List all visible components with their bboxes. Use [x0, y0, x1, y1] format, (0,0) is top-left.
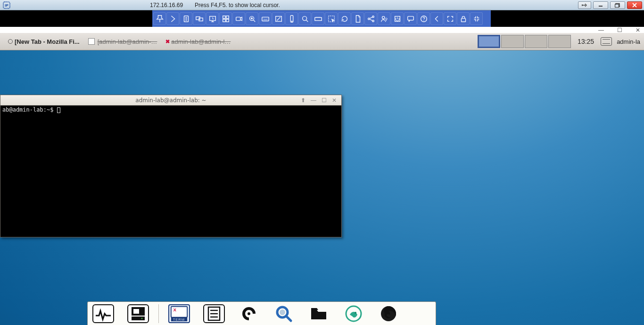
- svg-rect-36: [132, 317, 145, 320]
- pin-button[interactable]: [578, 1, 591, 9]
- file-manager-icon[interactable]: [308, 304, 330, 323]
- select-area-icon[interactable]: [325, 12, 338, 25]
- vnc-toolbar-band: [0, 10, 644, 27]
- svg-point-26: [372, 20, 374, 22]
- pin-icon[interactable]: [153, 12, 166, 25]
- svg-rect-12: [223, 19, 225, 21]
- workspace-1[interactable]: [478, 35, 500, 48]
- host-window-titlebar: IP 172.16.16.69 Press F4,F5. to show loc…: [0, 0, 644, 10]
- send-ctrl-alt-del-icon[interactable]: [206, 12, 219, 25]
- magnifier-icon[interactable]: [298, 12, 311, 25]
- app-icon: IP: [3, 1, 10, 9]
- ruler-keyboard-icon[interactable]: [312, 12, 324, 25]
- vnc-toolbar: [152, 10, 491, 27]
- appfinder-icon[interactable]: [238, 304, 260, 323]
- svg-rect-11: [226, 16, 228, 18]
- svg-point-21: [302, 16, 306, 20]
- svg-rect-30: [407, 16, 413, 20]
- close-button[interactable]: [627, 1, 642, 9]
- svg-point-48: [280, 309, 285, 315]
- svg-text:TERM: TERM: [173, 317, 185, 322]
- xterm-icon: ✖: [165, 39, 170, 45]
- taskbar-item-label: [New Tab - Mozilla Fi...: [15, 38, 80, 45]
- inner-maximize-icon[interactable]: ☐: [617, 27, 622, 33]
- refresh-round-icon[interactable]: [338, 12, 351, 25]
- svg-rect-35: [133, 309, 139, 314]
- notes-icon[interactable]: [203, 304, 225, 323]
- lock-icon[interactable]: [457, 12, 470, 25]
- inner-minimize-icon[interactable]: —: [598, 27, 604, 33]
- taskbar-item-firefox[interactable]: [New Tab - Mozilla Fi...: [0, 34, 84, 49]
- host-hint-label: Press F4,F5. to show local cursor.: [195, 2, 280, 8]
- disk-manager-icon[interactable]: [127, 304, 149, 323]
- zoom-target-icon[interactable]: [246, 12, 258, 25]
- svg-point-25: [372, 16, 374, 17]
- maximize-button[interactable]: [610, 1, 625, 9]
- svg-point-37: [141, 317, 143, 319]
- fullscreen-exit-icon[interactable]: [470, 12, 483, 25]
- terminal-window[interactable]: admin-lab@admin-lab: ~ ⬆ — ☐ ✕ ab@admin-…: [0, 95, 342, 237]
- pen-tablet-icon[interactable]: [272, 12, 285, 25]
- keyboard-layout-icon[interactable]: [601, 37, 612, 46]
- taskbar-item-term2[interactable]: ✖ admin-lab@admin-l…: [161, 34, 235, 49]
- workspace-3[interactable]: [525, 35, 547, 48]
- terminal-cursor: [57, 107, 60, 113]
- svg-rect-14: [236, 17, 240, 20]
- workspace-2[interactable]: [501, 35, 524, 48]
- svg-point-46: [248, 312, 250, 315]
- keyboard-icon[interactable]: [259, 12, 272, 25]
- terminal-keep-above-icon[interactable]: ⬆: [300, 97, 306, 104]
- back-arrow-icon[interactable]: [430, 12, 443, 25]
- dock: XTERM: [87, 301, 436, 325]
- phone-icon[interactable]: [285, 12, 298, 25]
- svg-rect-10: [223, 16, 225, 18]
- terminal-title: admin-lab@admin-lab: ~: [0, 97, 341, 104]
- taskbar-item-term1[interactable]: [admin-lab@admin-…: [84, 34, 162, 49]
- copy-doc-icon[interactable]: [180, 12, 192, 25]
- svg-point-50: [355, 312, 356, 314]
- terminal-minimize-icon[interactable]: —: [310, 97, 317, 104]
- remote-desktop[interactable]: [New Tab - Mozilla Fi... [admin-lab@admi…: [0, 27, 644, 325]
- remote-taskbar: [New Tab - Mozilla Fi... [admin-lab@admi…: [0, 33, 644, 50]
- terminal-maximize-icon[interactable]: ☐: [321, 97, 327, 104]
- yast-chameleon-icon[interactable]: [343, 304, 364, 323]
- host-ip-label: 172.16.16.69: [150, 2, 183, 8]
- fullscreen-enter-icon[interactable]: [444, 12, 456, 25]
- minimize-button[interactable]: [593, 1, 608, 9]
- user-key-icon[interactable]: [378, 12, 390, 25]
- svg-rect-5: [615, 4, 619, 8]
- svg-point-32: [423, 20, 424, 21]
- svg-point-27: [382, 16, 384, 18]
- activity-monitor-icon[interactable]: [92, 304, 114, 323]
- svg-rect-13: [226, 19, 228, 21]
- xterm-icon[interactable]: XTERM: [168, 304, 190, 323]
- monitors-icon[interactable]: [193, 12, 206, 25]
- svg-text:IP: IP: [5, 3, 8, 8]
- svg-rect-17: [262, 17, 268, 21]
- window-icon: [88, 38, 95, 45]
- host-window-controls: [578, 1, 644, 9]
- document-icon[interactable]: [351, 12, 364, 25]
- workspace-4[interactable]: [548, 35, 571, 48]
- svg-rect-33: [461, 18, 465, 22]
- inner-close-icon[interactable]: ✕: [636, 27, 640, 33]
- taskbar-item-label: [admin-lab@admin-…: [98, 38, 157, 45]
- firefox-icon[interactable]: [378, 304, 399, 323]
- svg-text:X: X: [173, 307, 177, 312]
- share-icon[interactable]: [364, 12, 377, 25]
- svg-rect-22: [314, 17, 321, 20]
- svg-point-20: [291, 21, 292, 21]
- svg-point-24: [368, 18, 370, 20]
- help-icon[interactable]: [417, 12, 430, 25]
- record-icon[interactable]: [232, 12, 245, 25]
- workspace-pager: 13:25 admin-la: [477, 34, 644, 49]
- user-menu[interactable]: admin-la: [617, 38, 643, 45]
- power-box-icon[interactable]: [391, 12, 404, 25]
- terminal-titlebar[interactable]: admin-lab@admin-lab: ~ ⬆ — ☐ ✕: [0, 95, 341, 106]
- search-icon[interactable]: [273, 304, 295, 323]
- forward-icon[interactable]: [166, 12, 179, 25]
- terminal-body[interactable]: ab@admin-lab:~$: [0, 106, 341, 237]
- chat-icon[interactable]: [404, 12, 417, 25]
- windows-icon[interactable]: [219, 12, 232, 25]
- terminal-close-icon[interactable]: ✕: [331, 97, 338, 104]
